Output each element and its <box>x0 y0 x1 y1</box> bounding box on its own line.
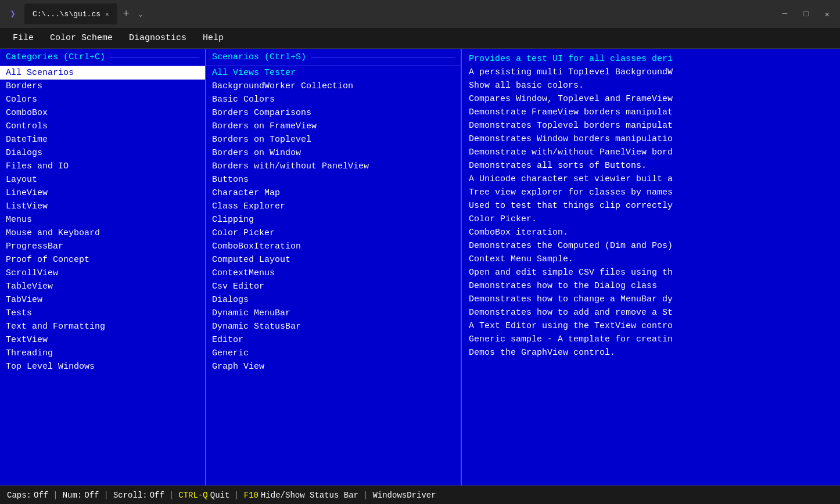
description-item: ComboBox iteration. <box>469 226 833 239</box>
scenario-item[interactable]: Csv Editor <box>206 280 461 293</box>
categories-list: All ScenariosBordersColorsComboBoxContro… <box>0 66 205 485</box>
scenario-item[interactable]: Borders Comparisons <box>206 106 461 120</box>
scenario-item[interactable]: Color Picker <box>206 226 461 240</box>
status-bar: Caps: Off | Num: Off | Scroll: Off | CTR… <box>0 485 840 504</box>
description-item: Demonstrates all sorts of Buttons. <box>469 159 833 172</box>
menu-color-scheme[interactable]: Color Scheme <box>43 31 120 45</box>
scenarios-header-label: Scenarios (Ctrl+S) <box>212 52 306 62</box>
description-item: Open and edit simple CSV files using th <box>469 266 833 279</box>
category-item[interactable]: Menus <box>0 213 205 226</box>
category-item[interactable]: All Scenarios <box>0 66 205 80</box>
scenario-item[interactable]: Dynamic MenuBar <box>206 307 461 320</box>
hide-key: F10 <box>244 491 259 500</box>
menu-file[interactable]: File <box>6 31 41 45</box>
scenarios-header-line <box>311 57 455 57</box>
category-item[interactable]: Top Level Windows <box>0 360 205 373</box>
scenario-item[interactable]: Class Explorer <box>206 200 461 213</box>
scenario-item[interactable]: Dialogs <box>206 293 461 307</box>
scenarios-header: Scenarios (Ctrl+S) <box>206 49 461 66</box>
scenario-item[interactable]: Borders with/without PanelView <box>206 160 461 173</box>
scenario-item[interactable]: Basic Colors <box>206 93 461 106</box>
category-item[interactable]: Mouse and Keyboard <box>0 226 205 240</box>
description-item: Demonstrates how to the Dialog class <box>469 279 833 293</box>
menu-help[interactable]: Help <box>196 31 231 45</box>
num-label: Num: <box>63 491 82 500</box>
scenario-item[interactable]: ContextMenus <box>206 267 461 280</box>
quit-key: CTRL-Q <box>178 491 207 500</box>
scenario-item[interactable]: Clipping <box>206 213 461 226</box>
category-item[interactable]: ComboBox <box>0 106 205 120</box>
sep1: | <box>53 491 58 500</box>
scenario-item[interactable]: Computed Layout <box>206 253 461 267</box>
category-item[interactable]: ProgressBar <box>0 240 205 253</box>
scroll-label: Scroll: <box>113 491 148 500</box>
close-button[interactable]: ✕ <box>820 7 834 21</box>
description-item: Demonstrates how to change a MenuBar dy <box>469 293 833 306</box>
tab-dropdown-button[interactable]: ⌄ <box>135 10 146 19</box>
scenario-item[interactable]: All Views Tester <box>206 66 461 80</box>
scenario-item[interactable]: ComboBoxIteration <box>206 240 461 253</box>
category-item[interactable]: ListView <box>0 200 205 213</box>
caps-label: Caps: <box>7 491 31 500</box>
window-controls: ─ □ ✕ <box>778 7 834 21</box>
active-tab[interactable]: C:\...\s\gui.cs ✕ <box>24 3 117 24</box>
minimize-button[interactable]: ─ <box>778 7 792 21</box>
categories-panel: Categories (Ctrl+C) All ScenariosBorders… <box>0 49 206 485</box>
scenarios-panel: Scenarios (Ctrl+S) All Views TesterBackg… <box>206 49 462 485</box>
description-item: Demonstrates how to add and remove a St <box>469 306 833 319</box>
sep5: | <box>363 491 368 500</box>
menu-bar: File Color Scheme Diagnostics Help <box>0 28 840 49</box>
main-content: Categories (Ctrl+C) All ScenariosBorders… <box>0 49 840 485</box>
category-item[interactable]: DateTime <box>0 133 205 146</box>
scenario-item[interactable]: Borders on Window <box>206 146 461 160</box>
description-item: A Unicode character set viewier built a <box>469 172 833 186</box>
scenarios-list: All Views TesterBackgroundWorker Collect… <box>206 66 461 485</box>
scenario-item[interactable]: Character Map <box>206 186 461 200</box>
category-item[interactable]: Proof of Concept <box>0 253 205 267</box>
category-item[interactable]: Dialogs <box>0 146 205 160</box>
tab-area: C:\...\s\gui.cs ✕ + ⌄ <box>24 3 773 24</box>
category-item[interactable]: Tests <box>0 307 205 320</box>
category-item[interactable]: TableView <box>0 280 205 293</box>
description-item: Compares Window, Toplevel and FrameView <box>469 92 833 106</box>
tab-label: C:\...\s\gui.cs <box>33 10 100 19</box>
scenario-item[interactable]: Generic <box>206 347 461 360</box>
category-item[interactable]: Files and IO <box>0 160 205 173</box>
app-icon: ❯ <box>6 7 20 21</box>
category-item[interactable]: TabView <box>0 293 205 307</box>
category-item[interactable]: Threading <box>0 347 205 360</box>
scenario-item[interactable]: Dynamic StatusBar <box>206 320 461 333</box>
scenario-item[interactable]: Buttons <box>206 173 461 186</box>
category-item[interactable]: LineView <box>0 186 205 200</box>
menu-diagnostics[interactable]: Diagnostics <box>122 31 193 45</box>
description-item: A persisting multi Toplevel BackgroundW <box>469 66 833 79</box>
scenario-item[interactable]: Editor <box>206 333 461 347</box>
category-item[interactable]: Controls <box>0 120 205 133</box>
category-item[interactable]: TextView <box>0 333 205 347</box>
scenario-item[interactable]: Borders on Toplevel <box>206 133 461 146</box>
categories-header: Categories (Ctrl+C) <box>0 49 205 66</box>
scroll-value: Off <box>150 491 164 500</box>
description-item: Used to test that things clip correctly <box>469 199 833 213</box>
category-item[interactable]: Text and Formatting <box>0 320 205 333</box>
category-item[interactable]: Borders <box>0 80 205 93</box>
maximize-button[interactable]: □ <box>799 7 813 21</box>
description-item: Demos the GraphView control. <box>469 346 833 359</box>
new-tab-button[interactable]: + <box>120 8 133 20</box>
scenario-item[interactable]: Borders on FrameView <box>206 120 461 133</box>
categories-header-line <box>110 57 199 57</box>
description-item: Context Menu Sample. <box>469 253 833 266</box>
category-item[interactable]: ScrollView <box>0 267 205 280</box>
category-item[interactable]: Layout <box>0 173 205 186</box>
category-item[interactable]: Colors <box>0 93 205 106</box>
sep4: | <box>234 491 239 500</box>
scenario-item[interactable]: BackgroundWorker Collection <box>206 80 461 93</box>
description-item: Demonstrates Window borders manipulatio <box>469 132 833 146</box>
quit-label: Quit <box>210 491 230 500</box>
tab-close-button[interactable]: ✕ <box>105 10 109 18</box>
description-item: Tree view explorer for classes by names <box>469 186 833 199</box>
description-item: Show all basic colors. <box>469 79 833 92</box>
description-item: Generic sample - A template for creatin <box>469 333 833 346</box>
scenario-item[interactable]: Graph View <box>206 360 461 373</box>
driver-label: WindowsDriver <box>372 491 436 500</box>
